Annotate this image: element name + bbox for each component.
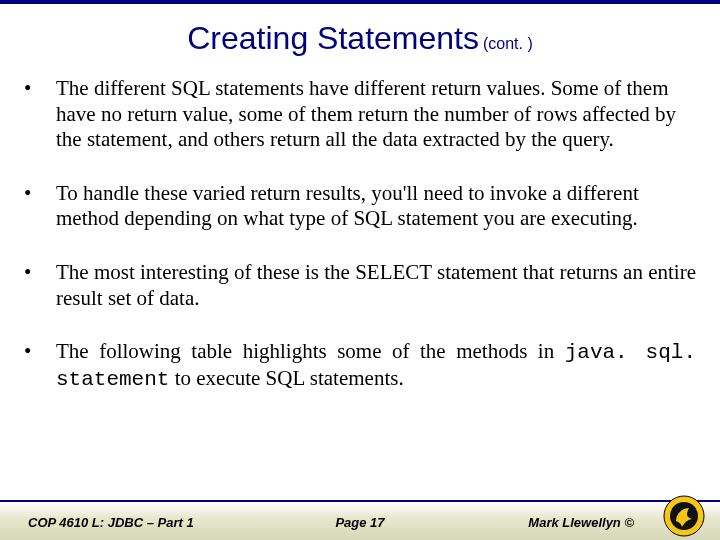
body-area: • The different SQL statements have diff… <box>24 76 696 420</box>
bullet-dot-icon: • <box>24 339 56 392</box>
bullet4-post: to execute SQL statements. <box>169 366 403 390</box>
bullet-text: To handle these varied return results, y… <box>56 181 696 232</box>
bullet4-pre: The following table highlights some of t… <box>56 339 565 363</box>
top-border <box>0 0 720 4</box>
footer-bar: COP 4610 L: JDBC – Part 1 Page 17 Mark L… <box>0 500 720 540</box>
slide: Creating Statements (cont. ) • The diffe… <box>0 0 720 540</box>
footer-author: Mark Llewellyn © <box>528 515 634 530</box>
bullet-item: • The most interesting of these is the S… <box>24 260 696 311</box>
bullet-dot-icon: • <box>24 260 56 311</box>
title-row: Creating Statements (cont. ) <box>0 20 720 57</box>
bullet-text: The different SQL statements have differ… <box>56 76 696 153</box>
bullet-text: The following table highlights some of t… <box>56 339 696 392</box>
slide-title-cont: (cont. ) <box>483 35 533 52</box>
ucf-pegasus-logo-icon <box>662 494 706 538</box>
bullet-item: • To handle these varied return results,… <box>24 181 696 232</box>
bullet-item: • The following table highlights some of… <box>24 339 696 392</box>
footer-inner: COP 4610 L: JDBC – Part 1 Page 17 Mark L… <box>0 500 720 540</box>
slide-title: Creating Statements <box>187 20 479 56</box>
bullet-dot-icon: • <box>24 181 56 232</box>
bullet-dot-icon: • <box>24 76 56 153</box>
bullet-text: The most interesting of these is the SEL… <box>56 260 696 311</box>
bullet-item: • The different SQL statements have diff… <box>24 76 696 153</box>
